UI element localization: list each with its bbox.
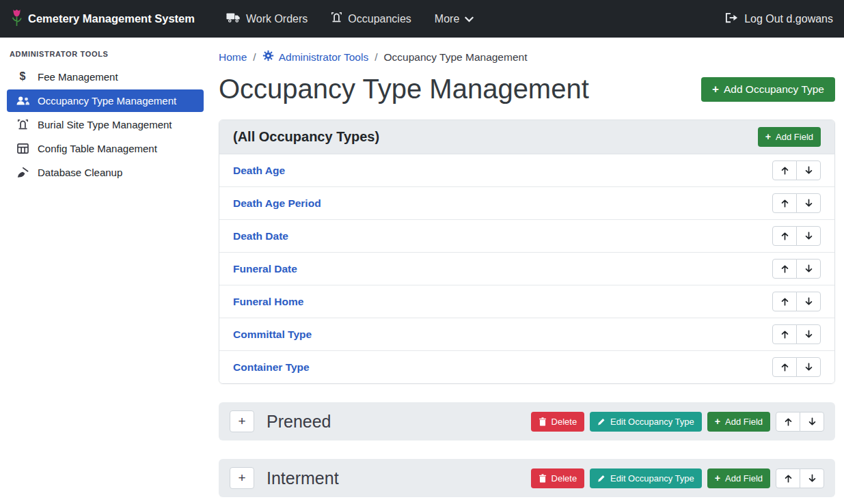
move-up-button[interactable] [772, 292, 797, 311]
dollar-icon: $ [14, 70, 31, 83]
section-actions: Delete Edit Occupancy Type + Add Field [531, 412, 824, 432]
field-link[interactable]: Funeral Home [233, 296, 303, 308]
nav-occupancies-label: Occupancies [348, 13, 411, 25]
breadcrumb-admin-tools[interactable]: Administrator Tools [262, 50, 369, 64]
move-up-button[interactable] [772, 324, 797, 344]
logout-label: Log Out d.gowans [744, 13, 833, 25]
field-row: Funeral Date [219, 252, 834, 285]
breadcrumb-separator: / [375, 51, 377, 64]
broom-icon [14, 167, 31, 178]
section-name: Preneed [267, 412, 331, 432]
field-row: Death Age Period [219, 186, 834, 219]
reorder-group [772, 292, 821, 311]
breadcrumb-current: Occupancy Type Management [384, 51, 528, 64]
field-link[interactable]: Death Date [233, 230, 288, 242]
move-down-button[interactable] [796, 193, 821, 213]
edit-label: Edit Occupancy Type [610, 417, 694, 427]
card-title: (All Occupancy Types) [233, 129, 379, 145]
field-link[interactable]: Funeral Date [233, 263, 297, 275]
breadcrumb-admin-tools-label: Administrator Tools [279, 51, 369, 64]
section-actions: Delete Edit Occupancy Type + Add Field [531, 468, 824, 488]
tombstone-icon [331, 12, 342, 26]
delete-button[interactable]: Delete [531, 468, 585, 488]
card-header: (All Occupancy Types) + Add Field [219, 120, 834, 154]
nav-more[interactable]: More [426, 8, 482, 31]
nav-more-label: More [435, 13, 459, 25]
move-down-button[interactable] [796, 259, 821, 279]
sidebar-item-occupancy-type-management[interactable]: Occupancy Type Management [7, 89, 204, 112]
move-up-button[interactable] [772, 259, 797, 279]
users-icon [14, 96, 31, 106]
nav-work-orders-label: Work Orders [246, 13, 308, 25]
occupancy-type-section-interment: + Interment Delete Edit Occupancy Type +… [219, 459, 835, 497]
reorder-group [772, 226, 821, 246]
sidebar-item-label: Burial Site Type Management [38, 119, 172, 130]
chevron-down-icon [465, 13, 474, 25]
expand-button[interactable]: + [230, 467, 254, 489]
gear-icon [262, 50, 274, 64]
reorder-group [772, 357, 821, 377]
flower-icon [11, 8, 23, 30]
add-field-label: Add Field [776, 132, 813, 142]
plus-icon: + [765, 132, 771, 141]
field-link[interactable]: Container Type [233, 361, 310, 374]
expand-button[interactable]: + [230, 410, 254, 432]
move-up-button[interactable] [772, 357, 797, 377]
top-navbar: Cemetery Management System Work Orders [0, 0, 844, 38]
logout-icon [725, 12, 738, 26]
sidebar-heading: Administrator Tools [10, 50, 201, 58]
sidebar: Administrator Tools $ Fee Management Occ… [0, 38, 210, 504]
add-field-button[interactable]: + Add Field [707, 412, 770, 432]
field-row: Death Date [219, 219, 834, 252]
add-field-button[interactable]: + Add Field [707, 468, 770, 488]
move-down-button[interactable] [800, 412, 824, 432]
field-link[interactable]: Death Age Period [233, 197, 321, 210]
move-down-button[interactable] [800, 468, 824, 488]
add-occupancy-type-button[interactable]: + Add Occupancy Type [701, 77, 835, 102]
plus-icon: + [715, 473, 720, 483]
edit-occupancy-type-button[interactable]: Edit Occupancy Type [590, 468, 702, 488]
field-link[interactable]: Committal Type [233, 328, 312, 341]
move-up-button[interactable] [772, 193, 797, 213]
move-down-button[interactable] [796, 324, 821, 344]
move-up-button[interactable] [776, 468, 800, 488]
nav-work-orders[interactable]: Work Orders [218, 7, 316, 31]
sidebar-item-label: Database Cleanup [38, 167, 122, 178]
move-down-button[interactable] [796, 160, 821, 180]
edit-occupancy-type-button[interactable]: Edit Occupancy Type [590, 412, 702, 432]
reorder-group [772, 324, 821, 344]
breadcrumb: Home / Administrator Tools [219, 50, 835, 64]
add-field-label: Add Field [725, 417, 763, 427]
breadcrumb-home[interactable]: Home [219, 51, 247, 64]
reorder-group [776, 468, 824, 488]
nav-occupancies[interactable]: Occupancies [323, 6, 420, 31]
move-down-button[interactable] [796, 226, 821, 246]
field-row: Funeral Home [219, 285, 834, 318]
sidebar-item-burial-site-type-management[interactable]: Burial Site Type Management [7, 113, 204, 136]
move-down-button[interactable] [796, 357, 821, 377]
main-content: Home / Administrator Tools [210, 38, 844, 504]
nav-links: Work Orders Occupancies More [218, 6, 482, 31]
field-row: Committal Type [219, 318, 834, 350]
delete-button[interactable]: Delete [531, 412, 585, 432]
edit-label: Edit Occupancy Type [610, 473, 694, 484]
add-field-button[interactable]: + Add Field [758, 127, 821, 147]
sidebar-item-fee-management[interactable]: $ Fee Management [7, 65, 204, 88]
field-row: Container Type [219, 350, 834, 383]
move-down-button[interactable] [796, 292, 821, 311]
trash-icon [539, 474, 547, 483]
sidebar-item-config-table-management[interactable]: Config Table Management [7, 137, 204, 160]
breadcrumb-separator: / [253, 51, 256, 64]
move-up-button[interactable] [772, 226, 797, 246]
page-title: Occupancy Type Management [219, 74, 589, 104]
sidebar-item-database-cleanup[interactable]: Database Cleanup [7, 161, 204, 184]
move-up-button[interactable] [776, 412, 800, 432]
brand[interactable]: Cemetery Management System [11, 8, 195, 30]
logout-button[interactable]: Log Out d.gowans [725, 12, 833, 26]
move-up-button[interactable] [772, 160, 797, 180]
occupancy-type-section-preneed: + Preneed Delete Edit Occupancy Type + A… [219, 402, 835, 440]
plus-icon: + [712, 83, 719, 95]
pencil-icon [597, 474, 605, 483]
field-link[interactable]: Death Age [233, 165, 285, 177]
add-field-label: Add Field [725, 473, 763, 484]
